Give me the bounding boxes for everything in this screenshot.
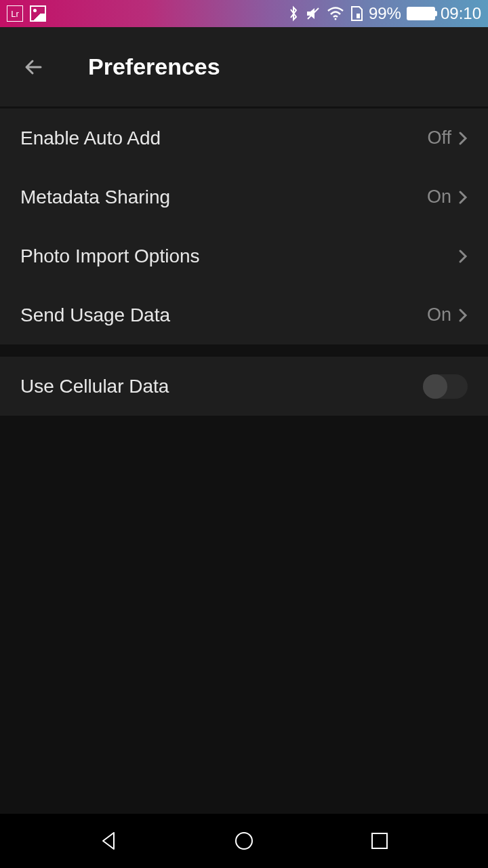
navigation-bar	[0, 814, 488, 868]
battery-icon	[407, 7, 435, 20]
settings-group-2: Use Cellular Data	[0, 357, 488, 416]
setting-label: Photo Import Options	[20, 245, 200, 267]
settings-group-1: Enable Auto Add Off Metadata Sharing On …	[0, 108, 488, 344]
cellular-data-toggle[interactable]	[423, 374, 468, 399]
setting-enable-auto-add[interactable]: Enable Auto Add Off	[0, 108, 488, 167]
chevron-right-icon	[458, 248, 468, 264]
setting-value: On	[427, 304, 451, 326]
toggle-knob	[423, 374, 447, 399]
nav-back-button[interactable]	[95, 827, 122, 854]
wifi-icon	[327, 7, 344, 20]
battery-percent: 99%	[369, 4, 401, 23]
section-divider	[0, 344, 488, 357]
status-right: 99% 09:10	[287, 4, 481, 23]
setting-metadata-sharing[interactable]: Metadata Sharing On	[0, 167, 488, 226]
chevron-right-icon	[458, 189, 468, 205]
setting-label: Use Cellular Data	[20, 376, 169, 397]
setting-send-usage-data[interactable]: Send Usage Data On	[0, 285, 488, 344]
bluetooth-icon	[287, 5, 300, 22]
lightroom-app-icon: Lr	[7, 5, 23, 22]
mute-icon	[305, 5, 321, 22]
status-time: 09:10	[441, 4, 481, 23]
chevron-right-icon	[458, 130, 468, 146]
status-left: Lr	[7, 5, 46, 22]
svg-rect-4	[372, 833, 387, 848]
setting-label: Metadata Sharing	[20, 186, 170, 208]
setting-value: On	[427, 186, 451, 208]
status-bar: Lr 99% 09:10	[0, 0, 488, 27]
svg-point-3	[236, 833, 252, 849]
setting-use-cellular-data[interactable]: Use Cellular Data	[0, 357, 488, 416]
nav-home-button[interactable]	[230, 827, 258, 854]
photo-app-icon	[30, 5, 46, 22]
sim-icon	[350, 5, 363, 22]
setting-photo-import-options[interactable]: Photo Import Options	[0, 226, 488, 285]
setting-value: Off	[427, 127, 451, 149]
page-title: Preferences	[88, 54, 220, 80]
chevron-right-icon	[458, 307, 468, 323]
setting-label: Enable Auto Add	[20, 127, 161, 149]
app-header: Preferences	[0, 27, 488, 108]
back-button[interactable]	[20, 54, 47, 81]
svg-point-1	[334, 18, 336, 20]
nav-recent-button[interactable]	[366, 827, 393, 854]
setting-label: Send Usage Data	[20, 304, 170, 326]
svg-rect-2	[357, 14, 360, 18]
